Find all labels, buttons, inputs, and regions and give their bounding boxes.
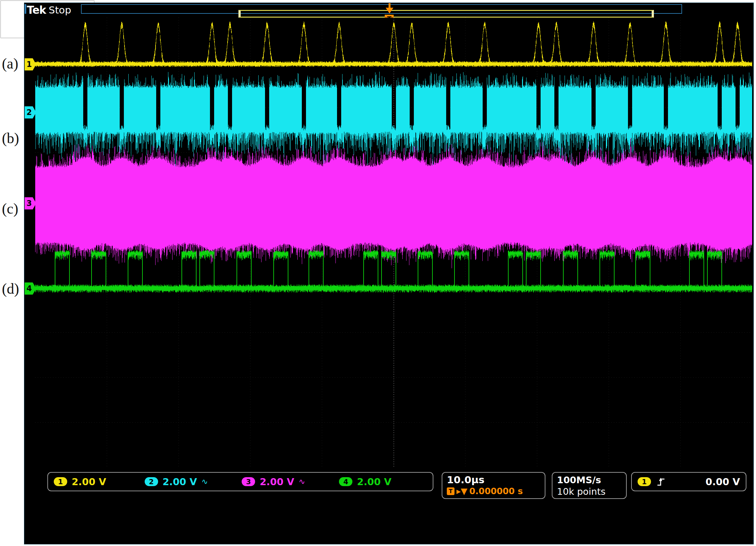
ch1-badge: 1 bbox=[54, 477, 67, 486]
record-view-bar[interactable] bbox=[81, 4, 682, 14]
ch4-marker-label: 4 bbox=[27, 284, 32, 293]
trigger-source-badge: 1 bbox=[638, 477, 651, 486]
ch1-scale: 2.00 V bbox=[72, 476, 106, 487]
ch4-scale: 2.00 V bbox=[357, 476, 391, 487]
row-label-a: (a) bbox=[2, 55, 18, 72]
ch1-marker-label: 1 bbox=[27, 60, 32, 69]
ch3-marker-label: 3 bbox=[27, 199, 32, 208]
trigger-t-icon: T bbox=[447, 487, 454, 495]
ch3-coupling-icon: ∿ bbox=[299, 477, 305, 486]
acquisition-readout: 100MS/s 10k points bbox=[552, 472, 627, 499]
ch3-scale: 2.00 V bbox=[260, 476, 294, 487]
acquisition-status: Stop bbox=[49, 4, 71, 16]
ch3-readout[interactable]: 3 2.00 V ∿ bbox=[242, 476, 305, 487]
row-label-d: (d) bbox=[2, 280, 19, 297]
record-view-left-edge bbox=[25, 4, 26, 14]
trigger-readout[interactable]: 1 0.00 V bbox=[631, 472, 746, 491]
ch3-badge: 3 bbox=[242, 477, 255, 486]
ch4-badge: 4 bbox=[339, 477, 352, 486]
tek-logo: Tek bbox=[27, 4, 46, 16]
ch2-coupling-icon: ∿ bbox=[201, 477, 208, 486]
timebase-readout[interactable]: 10.0µs T ▸▼ 0.000000 s bbox=[442, 472, 545, 499]
ch2-marker-label: 2 bbox=[27, 108, 32, 117]
row-label-b: (b) bbox=[2, 130, 19, 147]
trigger-position-arrow-icon[interactable] bbox=[385, 3, 394, 14]
trigger-level: 0.00 V bbox=[705, 476, 740, 487]
channel-readouts-bar: 1 2.00 V 2 2.00 V ∿ 3 2.00 V ∿ 4 2.00 V bbox=[47, 472, 433, 491]
figure: (a) (b) (c) (d) Tek Stop T 1 2 3 4 1 2.0… bbox=[0, 0, 756, 546]
timebase-scale: 10.0µs bbox=[447, 474, 540, 486]
trigger-slope-icon bbox=[657, 477, 665, 486]
record-length: 10k points bbox=[557, 486, 622, 497]
zoom-window-bracket[interactable] bbox=[238, 10, 654, 18]
ch4-readout[interactable]: 4 2.00 V bbox=[339, 476, 396, 487]
waveform-display bbox=[35, 18, 752, 468]
ch2-badge: 2 bbox=[145, 477, 158, 486]
ch2-scale: 2.00 V bbox=[163, 476, 197, 487]
row-label-c: (c) bbox=[2, 200, 18, 217]
sample-rate: 100MS/s bbox=[557, 474, 622, 486]
trigger-position-value: 0.000000 s bbox=[469, 486, 523, 496]
ch2-readout[interactable]: 2 2.00 V ∿ bbox=[145, 476, 208, 487]
ch1-readout[interactable]: 1 2.00 V bbox=[54, 476, 111, 487]
trigger-position-arrows-icon: ▸▼ bbox=[456, 486, 467, 496]
